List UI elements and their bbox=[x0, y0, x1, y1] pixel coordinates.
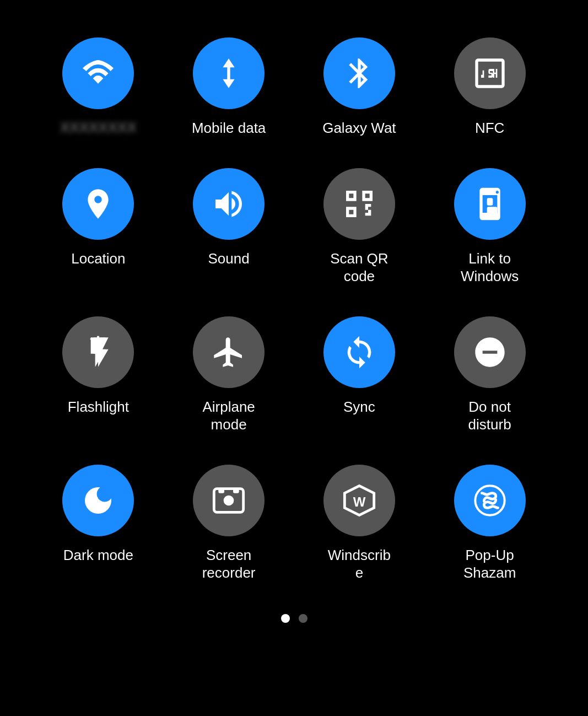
airplane-mode-label: Airplanemode bbox=[202, 398, 255, 434]
sync-icon bbox=[342, 335, 377, 370]
shazam-icon-circle bbox=[454, 465, 526, 536]
svg-point-6 bbox=[224, 495, 234, 505]
windscribe-label: Windscribe bbox=[328, 546, 391, 582]
nfc-icon-circle bbox=[454, 37, 526, 109]
tile-shazam[interactable]: Pop-UpShazam bbox=[424, 449, 555, 597]
location-label: Location bbox=[71, 250, 125, 268]
dnd-label: Do notdisturb bbox=[468, 398, 511, 434]
dnd-icon bbox=[472, 335, 508, 370]
svg-rect-8 bbox=[233, 488, 239, 493]
tile-do-not-disturb[interactable]: Do notdisturb bbox=[424, 301, 555, 449]
wifi-icon bbox=[80, 56, 116, 91]
shazam-icon bbox=[472, 483, 508, 518]
svg-line-3 bbox=[91, 338, 93, 340]
sync-label: Sync bbox=[343, 398, 375, 416]
link-windows-label: Link toWindows bbox=[461, 250, 519, 286]
tile-link-to-windows[interactable]: Link toWindows bbox=[424, 153, 555, 301]
flashlight-label: Flashlight bbox=[68, 398, 129, 416]
airplane-icon bbox=[211, 335, 246, 370]
tile-galaxy-watch[interactable]: Galaxy Wat bbox=[294, 22, 425, 153]
svg-point-11 bbox=[475, 486, 504, 515]
screen-recorder-icon bbox=[211, 483, 246, 518]
flashlight-icon bbox=[80, 335, 116, 370]
wifi-icon-circle bbox=[62, 37, 134, 109]
mobile-data-label: Mobile data bbox=[192, 119, 266, 137]
tile-mobile-data[interactable]: Mobile data bbox=[164, 22, 294, 153]
tile-wifi[interactable]: XXXXXXXX bbox=[33, 22, 164, 153]
windscribe-icon: W bbox=[342, 483, 377, 518]
pagination-dots bbox=[281, 614, 308, 623]
pagination-dot-1[interactable] bbox=[281, 614, 290, 623]
tile-dark-mode[interactable]: Dark mode bbox=[33, 449, 164, 597]
sound-icon-circle bbox=[193, 168, 265, 240]
nfc-label: NFC bbox=[475, 119, 504, 137]
tile-scan-qr[interactable]: Scan QRcode bbox=[294, 153, 425, 301]
svg-rect-7 bbox=[218, 488, 224, 493]
bluetooth-icon bbox=[342, 56, 377, 91]
shazam-label: Pop-UpShazam bbox=[463, 546, 516, 582]
dark-mode-icon bbox=[80, 483, 116, 518]
tile-windscribe[interactable]: W Windscribe bbox=[294, 449, 425, 597]
location-icon bbox=[80, 186, 116, 222]
flashlight-icon-circle bbox=[62, 316, 134, 388]
galaxy-watch-icon-circle bbox=[323, 37, 395, 109]
sound-icon bbox=[211, 186, 246, 222]
wifi-label: XXXXXXXX bbox=[60, 119, 137, 136]
mobile-data-icon bbox=[211, 56, 246, 91]
dark-mode-label: Dark mode bbox=[63, 546, 133, 564]
screen-recorder-icon-circle bbox=[193, 465, 265, 536]
sound-label: Sound bbox=[208, 250, 250, 268]
svg-text:W: W bbox=[353, 494, 366, 509]
tile-screen-recorder[interactable]: Screenrecorder bbox=[164, 449, 294, 597]
tile-location[interactable]: Location bbox=[33, 153, 164, 301]
tile-airplane-mode[interactable]: Airplanemode bbox=[164, 301, 294, 449]
dark-mode-icon-circle bbox=[62, 465, 134, 536]
nfc-icon bbox=[472, 56, 508, 91]
quick-settings-grid: XXXXXXXX Mobile data Galaxy Wat NFC bbox=[33, 22, 555, 597]
tile-nfc[interactable]: NFC bbox=[424, 22, 555, 153]
tile-sound[interactable]: Sound bbox=[164, 153, 294, 301]
location-icon-circle bbox=[62, 168, 134, 240]
screen-recorder-label: Screenrecorder bbox=[202, 546, 256, 582]
sync-icon-circle bbox=[323, 316, 395, 388]
qr-icon bbox=[342, 186, 377, 222]
link-windows-icon bbox=[472, 186, 508, 222]
svg-rect-1 bbox=[487, 198, 493, 205]
svg-rect-0 bbox=[487, 207, 497, 214]
tile-sync[interactable]: Sync bbox=[294, 301, 425, 449]
link-windows-icon-circle bbox=[454, 168, 526, 240]
airplane-icon-circle bbox=[193, 316, 265, 388]
galaxy-watch-label: Galaxy Wat bbox=[322, 119, 396, 137]
scan-qr-label: Scan QRcode bbox=[330, 250, 389, 286]
pagination-dot-2[interactable] bbox=[299, 614, 308, 623]
mobile-data-icon-circle bbox=[193, 37, 265, 109]
tile-flashlight[interactable]: Flashlight bbox=[33, 301, 164, 449]
dnd-icon-circle bbox=[454, 316, 526, 388]
windscribe-icon-circle: W bbox=[323, 465, 395, 536]
qr-icon-circle bbox=[323, 168, 395, 240]
